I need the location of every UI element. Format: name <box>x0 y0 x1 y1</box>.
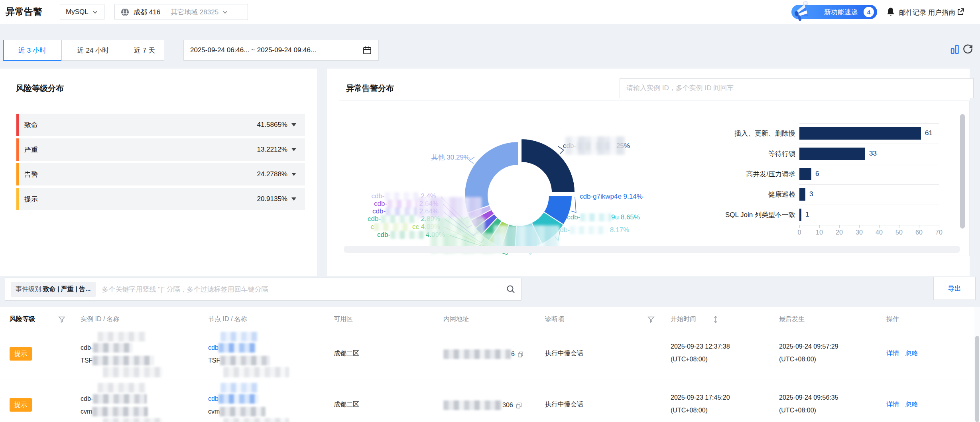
col-diagnosis: 诊断项 <box>545 315 564 323</box>
zone: 成都二区 <box>334 349 359 358</box>
instance-id: cdb- <box>81 343 133 353</box>
x-axis-tick <box>859 225 860 228</box>
instance-name: cvm <box>81 407 148 416</box>
instance-name: TSF <box>81 356 154 365</box>
col-node: 节点 ID / 名称 <box>208 315 247 323</box>
x-axis-tick <box>799 225 800 228</box>
bar-gridline <box>799 205 939 205</box>
detail-link[interactable]: 详情 <box>886 400 899 409</box>
risk-label: 致命 <box>24 120 38 130</box>
megaphone-icon <box>791 1 813 24</box>
search-icon[interactable] <box>506 284 516 294</box>
last-seen-time: 2025-09-24 09:57:29 <box>779 343 838 350</box>
detail-link[interactable]: 详情 <box>886 349 899 358</box>
bar[interactable] <box>799 168 811 180</box>
bar-gridline <box>799 123 939 124</box>
top-header: 异常告警 MySQL 成都 416 其它地域 28325 新功能速递 4 <box>0 0 980 24</box>
user-guide-link[interactable]: 用户指南 <box>928 8 955 17</box>
private-ip: 306 <box>443 400 522 410</box>
node-name: TSF <box>208 356 270 365</box>
start-time-tz: (UTC+08:00) <box>671 407 708 414</box>
filter-tag-chip[interactable]: 事件级别:致命 | 严重 | 告... <box>11 282 96 297</box>
col-start-time[interactable]: 开始时间 <box>671 315 696 323</box>
node-name: cvm <box>208 407 266 416</box>
filter-placeholder: 多个关键字用竖线 "|" 分隔，多个过滤标签用回车键分隔 <box>102 285 506 294</box>
date-range-picker[interactable]: 2025-09-24 06:46... ~ 2025-09-24 09:46..… <box>183 40 379 61</box>
filter-funnel-icon[interactable] <box>58 316 65 323</box>
page-scrollbar-thumb[interactable] <box>975 336 979 422</box>
risk-row-2[interactable]: 告警24.2788% <box>16 163 305 185</box>
sort-icon[interactable] <box>713 316 718 323</box>
start-time: 2025-09-23 12:37:38 <box>671 343 730 350</box>
risk-level-panel: 风险等级分布 致命41.5865%严重13.2212%告警24.2788%提示2… <box>0 69 317 276</box>
refresh-icon[interactable] <box>962 43 973 54</box>
risk-row-1[interactable]: 严重13.2212% <box>16 138 305 161</box>
bar[interactable] <box>799 127 921 140</box>
instance-id: cdb- <box>81 394 147 404</box>
col-risk-level[interactable]: 风险等级 <box>10 315 35 323</box>
x-axis <box>799 225 939 225</box>
chart-hscrollbar-track[interactable] <box>344 246 960 253</box>
ignore-link[interactable]: 忽略 <box>905 400 918 409</box>
page-title: 异常告警 <box>6 6 42 18</box>
bar[interactable] <box>799 148 865 160</box>
x-tick-label: 60 <box>915 229 923 236</box>
caret-down-icon <box>291 173 296 176</box>
export-button[interactable]: 导出 <box>933 277 976 300</box>
tab-last-7d[interactable]: 近 7 天 <box>125 40 164 61</box>
table-row[interactable]: 提示cdb-cvmcdbcvm成都二区306执行中慢会话2025-09-23 1… <box>0 379 980 422</box>
bar-category-label: 插入、更新、删除慢 <box>706 129 795 138</box>
diagnosis-item: 执行中慢会话 <box>545 400 583 409</box>
donut-leader-line <box>469 157 474 164</box>
last-seen-time: 2025-09-24 09:56:35 <box>779 394 838 401</box>
risk-panel-title: 风险等级分布 <box>16 83 64 94</box>
chevron-down-icon <box>222 10 228 15</box>
bar[interactable] <box>799 209 801 221</box>
bar-value: 61 <box>925 129 933 137</box>
bar[interactable] <box>799 188 805 201</box>
risk-value: 13.2212% <box>257 146 287 154</box>
mosaic-overflow <box>220 332 258 341</box>
bar-value: 3 <box>809 190 813 198</box>
x-tick-label: 20 <box>836 229 843 236</box>
node-id[interactable]: cdb <box>208 343 256 353</box>
tab-last-24h[interactable]: 近 24 小时 <box>61 40 125 61</box>
bell-icon[interactable] <box>886 7 895 17</box>
donut-label: cdb-g7ikwp4e 9.14% <box>580 193 643 201</box>
bar-value: 6 <box>815 170 819 178</box>
tab-last-3h[interactable]: 近 3 小时 <box>3 40 61 61</box>
risk-value: 20.9135% <box>257 195 287 203</box>
zone: 成都二区 <box>334 400 359 409</box>
bar-value: 33 <box>869 150 877 158</box>
x-tick-label: 30 <box>856 229 863 236</box>
copy-icon[interactable] <box>517 351 524 358</box>
x-axis-tick <box>919 225 919 228</box>
x-axis-tick <box>819 225 820 228</box>
instance-id-search-input[interactable] <box>620 78 974 98</box>
new-features-count-badge: 4 <box>864 7 874 17</box>
risk-value: 24.2788% <box>257 170 287 178</box>
table-row[interactable]: 提示cdb-TSFcdbTSF成都二区6执行中慢会话2025-09-23 12:… <box>0 328 980 379</box>
risk-row-0[interactable]: 致命41.5865% <box>16 114 305 136</box>
region-select[interactable]: 成都 416 其它地域 28325 <box>114 4 248 20</box>
risk-row-3[interactable]: 提示20.9135% <box>16 188 305 210</box>
node-id[interactable]: cdb <box>208 394 258 404</box>
risk-label: 提示 <box>24 195 38 204</box>
filter-funnel-icon[interactable] <box>647 316 655 323</box>
ignore-link[interactable]: 忽略 <box>905 349 918 358</box>
mosaic-patch <box>565 136 625 155</box>
external-link-icon <box>957 8 964 16</box>
x-tick-label: 50 <box>895 229 903 236</box>
chart-view-icon[interactable] <box>950 44 960 55</box>
globe-icon <box>120 8 130 17</box>
private-ip: 6 <box>443 349 524 359</box>
col-zone: 可用区 <box>334 315 353 323</box>
keyword-filter-input[interactable]: 事件级别:致命 | 严重 | 告... 多个关键字用竖线 "|" 分隔，多个过滤… <box>5 278 521 301</box>
chart-scrollbar-thumb[interactable] <box>960 114 965 229</box>
caret-down-icon <box>291 197 296 201</box>
copy-icon[interactable] <box>516 402 522 409</box>
engine-select[interactable]: MySQL <box>60 4 104 20</box>
x-axis-tick <box>899 225 899 228</box>
x-axis-tick <box>879 225 880 228</box>
mail-records-link[interactable]: 邮件记录 <box>899 8 926 17</box>
